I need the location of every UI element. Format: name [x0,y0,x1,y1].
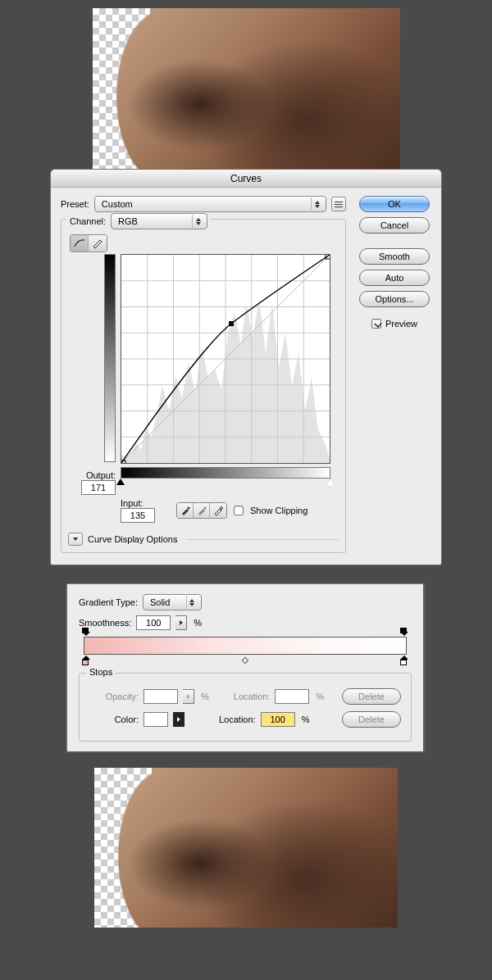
stepper-icon [192,215,203,228]
channel-value: RGB [118,216,138,226]
opacity-stop-right[interactable] [400,628,408,636]
preview-label: Preview [385,319,417,329]
svg-rect-15 [229,321,234,326]
color-menu-button[interactable] [173,712,184,727]
gradient-preview-bar[interactable] [84,637,407,655]
curves-dialog: Curves Preset: Custom Channel: RGB [50,169,442,565]
preset-select[interactable]: Custom [94,196,326,212]
color-stop-label: Color: [89,715,139,724]
curve-edit-mode [70,234,107,252]
output-gradient [104,254,116,462]
svg-point-20 [221,507,223,510]
color-location-field[interactable]: 100 [261,712,295,727]
percent-label: % [194,618,202,628]
transparency-checker [93,8,150,169]
gray-eyedropper-icon[interactable] [194,503,210,518]
black-eyedropper-icon[interactable] [177,503,194,518]
smooth-button[interactable]: Smooth [359,248,430,265]
cancel-button[interactable]: Cancel [359,217,430,234]
svg-point-18 [187,507,189,510]
output-field[interactable]: 171 [81,480,116,495]
auto-button[interactable]: Auto [359,270,430,286]
opacity-stepper [183,689,194,704]
divider [187,539,339,540]
opacity-stop-left[interactable] [82,628,90,636]
input-label: Input: [121,498,155,508]
opacity-field [144,689,178,704]
show-clipping-checkbox[interactable] [234,506,244,515]
transparency-checker [94,768,152,928]
white-eyedropper-icon[interactable] [210,503,226,518]
bw-point-sliders[interactable] [121,479,330,488]
opacity-delete-button: Delete [342,688,401,705]
smoothness-stepper[interactable] [175,615,187,630]
stepper-icon [311,197,322,211]
black-point-slider[interactable] [116,479,125,485]
gradient-type-select[interactable]: Solid [143,594,202,610]
preset-label: Preset: [61,199,89,209]
gradient-type-label: Gradient Type: [79,597,138,607]
canvas-preview-top [93,8,400,169]
disclosure-button[interactable] [68,533,83,546]
output-label: Output: [86,470,116,480]
preset-menu-icon[interactable] [331,197,346,211]
ok-button[interactable]: OK [359,196,430,212]
color-location-label: Location: [219,715,256,724]
preview-checkbox[interactable] [371,319,381,329]
color-delete-button: Delete [342,711,401,728]
opacity-stop-label: Opacity: [89,692,139,701]
curve-pencil-tool[interactable] [89,235,107,252]
opacity-location-field [275,689,309,704]
smoothness-label: Smoothness: [79,618,131,628]
preset-value: Custom [102,199,133,209]
gradient-type-value: Solid [150,597,170,607]
eyedropper-group [176,502,227,519]
channel-select[interactable]: RGB [111,213,207,229]
dialog-title: Curves [51,170,441,188]
color-well[interactable] [144,712,168,727]
show-clipping-label: Show Clipping [250,506,308,515]
gradient-midpoint[interactable] [242,657,248,664]
options-button[interactable]: Options... [359,291,430,307]
channel-label: Channel: [70,216,106,226]
percent-label: % [316,692,324,701]
canvas-preview-bottom [94,768,398,928]
disclosure-label: Curve Display Options [88,534,177,544]
percent-label: % [302,715,310,724]
input-gradient [121,467,330,479]
stops-legend: Stops [86,667,116,677]
color-stop-left[interactable] [82,656,90,665]
gradient-editor-panel: Gradient Type: Solid Smoothness: 100 % [66,583,426,753]
svg-point-19 [203,507,206,510]
curve-graph[interactable] [121,254,330,464]
stepper-icon [186,596,198,609]
white-point-slider[interactable] [326,479,335,485]
percent-label: % [201,692,209,701]
smoothness-field[interactable]: 100 [136,615,171,630]
color-stop-right[interactable] [400,656,408,665]
opacity-location-label: Location: [234,692,271,701]
input-field[interactable]: 135 [121,508,155,523]
curve-point-tool[interactable] [71,235,89,252]
